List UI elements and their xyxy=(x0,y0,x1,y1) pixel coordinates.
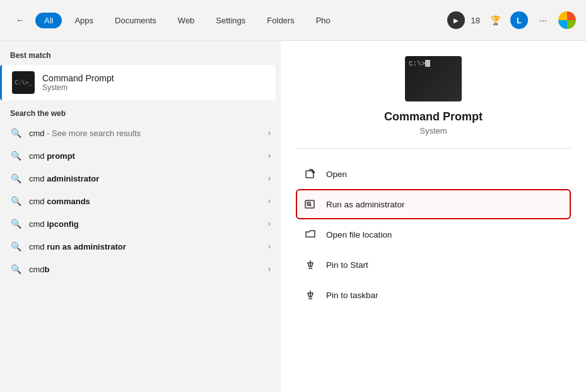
search-icon-5: 🔍 xyxy=(10,241,21,252)
filter-tabs: AllAppsDocumentsWebSettingsFoldersPho xyxy=(35,13,442,28)
action-label-pin-taskbar: Pin to taskbar xyxy=(326,291,378,300)
chevron-icon-0: › xyxy=(268,129,271,137)
search-text-6: cmdb xyxy=(29,265,261,274)
action-label-open-location: Open file location xyxy=(326,230,392,239)
back-button[interactable]: ← xyxy=(10,10,30,30)
right-panel: Command Prompt System OpenRun as adminis… xyxy=(281,41,586,392)
admin-icon xyxy=(303,197,317,211)
search-item-3[interactable]: 🔍cmd commands› xyxy=(0,190,281,212)
search-icon-2: 🔍 xyxy=(10,173,21,184)
user-avatar[interactable]: L xyxy=(510,11,528,29)
search-item-5[interactable]: 🔍cmd run as administrator› xyxy=(0,235,281,258)
search-items-list: 🔍cmd - See more search results›🔍cmd prom… xyxy=(0,122,281,280)
search-item-2[interactable]: 🔍cmd administrator› xyxy=(0,167,281,190)
chevron-icon-4: › xyxy=(268,219,271,228)
action-list: OpenRun as administratorOpen file locati… xyxy=(296,159,571,310)
best-match-text: Command Prompt System xyxy=(42,73,114,92)
search-text-5: cmd run as administrator xyxy=(29,242,261,251)
action-open-location[interactable]: Open file location xyxy=(296,219,571,250)
app-preview: Command Prompt System xyxy=(296,56,571,149)
best-match-app-sub: System xyxy=(42,83,114,92)
tab-photos[interactable]: Pho xyxy=(307,13,339,28)
tab-apps[interactable]: Apps xyxy=(66,13,102,28)
search-icon-3: 🔍 xyxy=(10,195,21,207)
best-match-item[interactable]: C:\>_ Command Prompt System xyxy=(0,65,276,100)
action-open[interactable]: Open xyxy=(296,159,571,189)
cmd-app-icon: C:\>_ xyxy=(12,71,35,94)
action-run-admin[interactable]: Run as administrator xyxy=(296,189,571,219)
left-panel: Best match C:\>_ Command Prompt System S… xyxy=(0,41,281,392)
search-text-4: cmd ipconfig xyxy=(29,219,261,229)
app-title: Command Prompt xyxy=(384,110,483,124)
chevron-icon-3: › xyxy=(268,197,271,205)
top-right-controls: ▶ 18 🏆 L ··· xyxy=(447,11,576,29)
tab-web[interactable]: Web xyxy=(169,13,204,28)
more-options-button[interactable]: ··· xyxy=(534,11,552,29)
chevron-icon-5: › xyxy=(268,242,271,251)
tab-all[interactable]: All xyxy=(35,13,62,28)
cmd-preview-icon xyxy=(405,56,462,101)
play-button[interactable]: ▶ xyxy=(447,11,465,29)
chevron-icon-2: › xyxy=(268,174,271,183)
chevron-icon-6: › xyxy=(268,265,271,274)
chevron-icon-1: › xyxy=(268,151,271,160)
search-item-6[interactable]: 🔍cmdb› xyxy=(0,258,281,280)
action-label-run-admin: Run as administrator xyxy=(326,200,405,209)
app-subtitle: System xyxy=(419,126,447,135)
search-icon-1: 🔍 xyxy=(10,150,21,161)
top-bar: ← AllAppsDocumentsWebSettingsFoldersPho … xyxy=(0,0,586,41)
open-icon xyxy=(303,167,317,181)
search-text-2: cmd administrator xyxy=(29,174,261,183)
folder-icon xyxy=(303,228,317,241)
search-text-3: cmd commands xyxy=(29,197,261,206)
pin-icon xyxy=(303,258,317,272)
main-content: Best match C:\>_ Command Prompt System S… xyxy=(0,41,586,392)
best-match-label: Best match xyxy=(0,51,281,65)
svg-rect-4 xyxy=(307,202,310,204)
tab-settings[interactable]: Settings xyxy=(207,13,254,28)
search-item-4[interactable]: 🔍cmd ipconfig› xyxy=(0,212,281,235)
best-match-app-name: Command Prompt xyxy=(42,73,114,83)
copilot-logo[interactable] xyxy=(558,11,576,29)
badge-count: 18 xyxy=(471,16,480,25)
action-pin-start[interactable]: Pin to Start xyxy=(296,250,571,280)
search-icon-0: 🔍 xyxy=(10,127,21,139)
trophy-icon-button[interactable]: 🏆 xyxy=(486,11,504,29)
action-label-open: Open xyxy=(326,170,347,179)
search-item-0[interactable]: 🔍cmd - See more search results› xyxy=(0,122,281,144)
tab-documents[interactable]: Documents xyxy=(106,13,165,28)
tab-folders[interactable]: Folders xyxy=(258,13,303,28)
search-text-0: cmd - See more search results xyxy=(29,129,261,138)
search-icon-6: 🔍 xyxy=(10,263,21,275)
action-pin-taskbar[interactable]: Pin to taskbar xyxy=(296,280,571,310)
action-label-pin-start: Pin to Start xyxy=(326,260,368,270)
search-item-1[interactable]: 🔍cmd prompt› xyxy=(0,144,281,167)
search-text-1: cmd prompt xyxy=(29,151,261,161)
web-section-label: Search the web xyxy=(0,100,281,122)
search-icon-4: 🔍 xyxy=(10,218,21,229)
pin-icon-2 xyxy=(303,288,317,302)
